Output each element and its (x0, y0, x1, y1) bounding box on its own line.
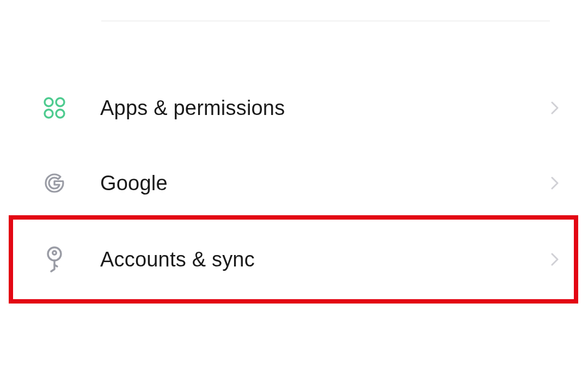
settings-item-google[interactable]: Google (0, 145, 588, 221)
settings-item-label: Apps & permissions (100, 96, 549, 120)
settings-item-label: Google (100, 172, 549, 195)
settings-item-accounts-sync[interactable]: Accounts & sync (0, 222, 588, 297)
chevron-right-icon (549, 102, 561, 114)
svg-rect-3 (56, 110, 64, 118)
google-icon (41, 170, 68, 196)
settings-item-apps-permissions[interactable]: Apps & permissions (0, 70, 588, 145)
svg-rect-2 (45, 110, 53, 118)
chevron-right-icon (549, 253, 561, 265)
squares-icon (41, 95, 68, 121)
settings-item-label: Accounts & sync (100, 248, 549, 271)
svg-rect-1 (56, 98, 64, 106)
svg-rect-0 (45, 98, 53, 106)
key-icon (41, 246, 68, 272)
svg-point-5 (53, 251, 57, 255)
chevron-right-icon (549, 177, 561, 189)
